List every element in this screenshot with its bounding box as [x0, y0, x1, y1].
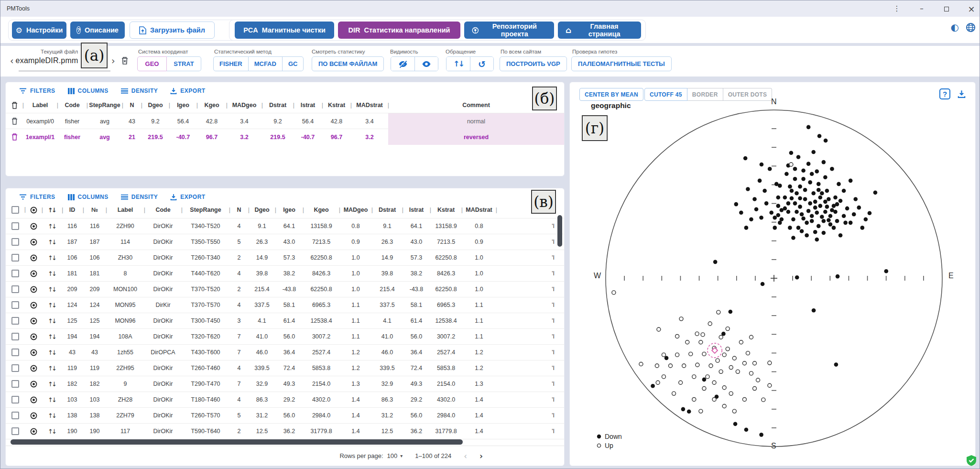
down-point	[788, 185, 792, 189]
stereonet-plot[interactable]	[570, 82, 976, 467]
row-checkbox[interactable]	[6, 254, 25, 262]
nav-home-button[interactable]: ⌂ Главная страница	[558, 22, 641, 39]
row-visibility-icon[interactable]	[25, 302, 42, 309]
row-checkbox[interactable]	[6, 427, 25, 435]
prev-file-chevron-icon[interactable]: ‹	[8, 55, 16, 66]
row-swap-icon[interactable]: ↑↓	[42, 302, 61, 309]
row-checkbox[interactable]	[6, 285, 25, 293]
nav-dir-button[interactable]: DIR Статистика направлений	[338, 22, 460, 39]
row-checkbox[interactable]	[6, 364, 25, 372]
window-close-icon[interactable]: ×	[965, 4, 978, 14]
all-files-button[interactable]: ПО ВСЕМ ФАЙЛАМ	[312, 56, 384, 71]
down-point	[761, 282, 765, 286]
row-visibility-icon[interactable]	[25, 270, 42, 277]
filters-button[interactable]: FILTERS	[19, 194, 55, 200]
row-checkbox[interactable]	[6, 380, 25, 388]
row-swap-icon[interactable]: ↑↓	[42, 349, 61, 356]
restore-icon[interactable]: ↺	[470, 57, 493, 71]
delete-file-trash-icon[interactable]	[121, 56, 129, 65]
row-delete-trash-icon[interactable]	[6, 133, 23, 141]
row-visibility-icon[interactable]	[25, 412, 42, 419]
horizontal-scrollbar[interactable]	[11, 439, 463, 445]
current-file-name[interactable]: exampleDIR.pmm	[16, 56, 78, 65]
down-point	[791, 218, 795, 222]
row-checkbox[interactable]	[6, 396, 25, 404]
row-swap-icon[interactable]: ↑↓	[42, 333, 61, 340]
filters-button[interactable]: FILTERS	[19, 87, 55, 94]
row-delete-trash-icon[interactable]	[6, 118, 23, 125]
row-visibility-icon[interactable]	[25, 365, 42, 372]
row-checkbox[interactable]	[6, 333, 25, 340]
up-point	[699, 340, 703, 344]
up-point	[656, 381, 660, 384]
export-button[interactable]: EXPORT	[170, 194, 205, 200]
build-vgp-button[interactable]: ПОСТРОИТЬ VGP	[500, 56, 567, 71]
about-button[interactable]: ? Описание	[70, 22, 125, 39]
row-swap-icon[interactable]: ↑↓	[42, 270, 61, 277]
method-option-gc[interactable]: GC	[283, 56, 304, 71]
row-checkbox[interactable]	[6, 301, 25, 309]
row-visibility-icon[interactable]	[25, 239, 42, 246]
density-button[interactable]: DENSITY	[121, 194, 158, 200]
columns-button[interactable]: COLUMNS	[68, 87, 109, 94]
row-checkbox[interactable]	[6, 238, 25, 246]
row-visibility-icon[interactable]	[25, 349, 42, 356]
down-point	[773, 226, 777, 230]
language-globe-icon[interactable]	[966, 22, 976, 33]
export-button[interactable]: EXPORT	[170, 87, 205, 94]
row-swap-icon[interactable]: ↑↓	[42, 254, 61, 262]
row-visibility-icon[interactable]	[25, 223, 42, 230]
rows-per-page-select[interactable]: 100 ▾	[387, 452, 403, 459]
row-swap-icon[interactable]: ↑↓	[42, 428, 61, 435]
row-swap-icon[interactable]: ↑↓	[42, 286, 61, 293]
row-visibility-icon[interactable]	[25, 428, 42, 435]
row-visibility-icon[interactable]	[25, 396, 42, 404]
row-swap-icon[interactable]: ↑↓	[42, 239, 61, 246]
row-checkbox[interactable]	[6, 270, 25, 277]
up-point	[655, 364, 659, 368]
row-swap-icon[interactable]: ↑↓	[42, 396, 61, 404]
window-minimize-icon[interactable]: –	[915, 4, 928, 13]
columns-button[interactable]: COLUMNS	[68, 194, 109, 200]
coords-option-strat[interactable]: STRAT	[167, 56, 201, 71]
row-swap-icon[interactable]: ↑↓	[42, 381, 61, 388]
data-cell: 9	[106, 381, 144, 387]
data-cell: DirOPCA	[144, 349, 182, 356]
row-swap-icon[interactable]: ↑↓	[42, 412, 61, 419]
row-checkbox[interactable]	[6, 317, 25, 325]
nav-pca-button[interactable]: PCA Магнитные чистки	[235, 22, 334, 39]
nav-repo-button[interactable]: Репозиторий проекта	[464, 22, 554, 39]
data-cell: 0.8	[462, 223, 496, 229]
row-checkbox[interactable]	[6, 222, 25, 230]
window-maximize-icon[interactable]	[940, 5, 953, 13]
row-swap-icon[interactable]: ↑↓	[42, 317, 61, 325]
show-eye-icon[interactable]	[414, 57, 438, 71]
paleomagnetic-tests-button[interactable]: ПАЛЕОМАГНИТНЫЕ ТЕСТЫ	[571, 56, 672, 71]
settings-button[interactable]: ⚙ Настройки	[12, 22, 66, 39]
row-visibility-icon[interactable]	[25, 333, 42, 340]
row-swap-icon[interactable]: ↑↓	[42, 365, 61, 372]
row-visibility-icon[interactable]	[25, 317, 42, 325]
row-swap-icon[interactable]: ↑↓	[42, 223, 61, 230]
coords-option-geo[interactable]: GEO	[137, 56, 167, 71]
row-visibility-icon[interactable]	[25, 254, 42, 262]
prev-page-button[interactable]: ‹	[464, 451, 467, 461]
next-file-chevron-icon[interactable]: ›	[109, 55, 117, 66]
theme-toggle-icon[interactable]: ◐	[951, 22, 959, 33]
vertical-scrollbar[interactable]	[557, 215, 562, 247]
select-all-checkbox[interactable]	[6, 206, 25, 214]
method-option-mcfad[interactable]: MCFAD	[249, 56, 283, 71]
swap-vertical-icon[interactable]: ↑↓	[446, 57, 470, 71]
row-checkbox[interactable]	[6, 349, 25, 356]
row-checkbox[interactable]	[6, 412, 25, 419]
hide-eye-off-icon[interactable]	[391, 57, 414, 71]
row-visibility-icon[interactable]	[25, 381, 42, 388]
stats-cell: 3.4	[227, 118, 262, 125]
data-cell: 1.3	[462, 381, 496, 387]
next-page-button[interactable]: ›	[479, 451, 483, 461]
method-option-fisher[interactable]: FISHER	[213, 56, 249, 71]
upload-file-button[interactable]: Загрузить файл	[130, 22, 215, 39]
row-visibility-icon[interactable]	[25, 286, 42, 293]
density-button[interactable]: DENSITY	[121, 87, 158, 94]
window-menu-icon[interactable]: ⋮	[891, 4, 903, 13]
